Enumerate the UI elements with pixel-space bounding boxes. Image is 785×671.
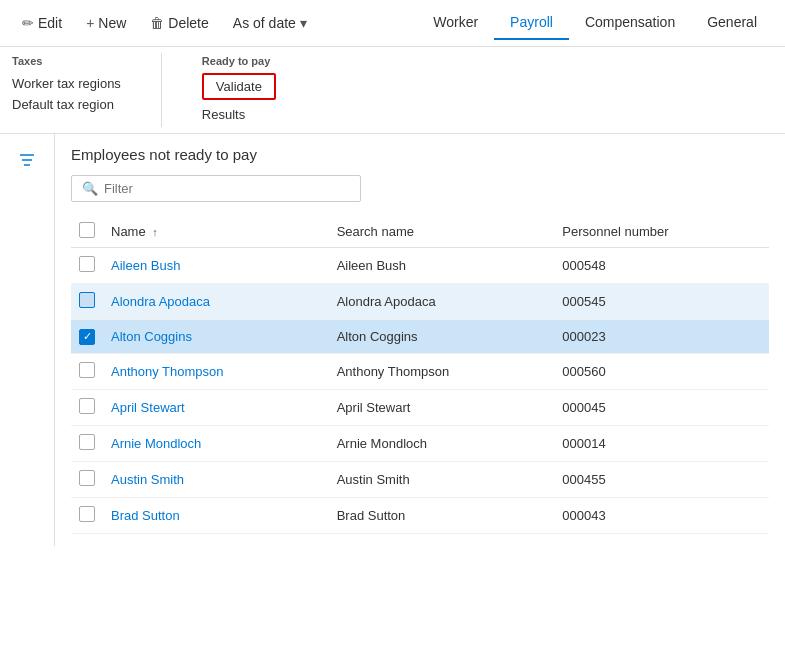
worker-tax-regions-link[interactable]: Worker tax regions xyxy=(12,73,121,94)
row-checkbox[interactable] xyxy=(79,506,95,522)
row-personnel-number: 000560 xyxy=(554,353,769,389)
as-of-date-button[interactable]: As of date ▾ xyxy=(223,9,317,37)
header-checkbox-col xyxy=(71,216,103,248)
name-link[interactable]: Aileen Bush xyxy=(111,258,180,273)
row-checkbox[interactable] xyxy=(79,434,95,450)
list-area: Employees not ready to pay 🔍 Name ↑ Sear… xyxy=(55,134,785,546)
row-name[interactable]: Arnie Mondloch xyxy=(103,425,329,461)
row-checkbox-cell xyxy=(71,389,103,425)
name-link[interactable]: April Stewart xyxy=(111,400,185,415)
row-checkbox[interactable]: ✓ xyxy=(79,329,95,345)
table-row[interactable]: Austin SmithAustin Smith000455 xyxy=(71,461,769,497)
row-checkbox-cell xyxy=(71,461,103,497)
row-personnel-number: 000045 xyxy=(554,389,769,425)
tab-payroll[interactable]: Payroll xyxy=(494,6,569,40)
row-name[interactable]: Alton Coggins xyxy=(103,320,329,354)
header-name-label: Name xyxy=(111,224,146,239)
filter-icon[interactable] xyxy=(17,150,37,175)
row-checkbox[interactable] xyxy=(79,398,95,414)
table-row[interactable]: Brad SuttonBrad Sutton000043 xyxy=(71,497,769,533)
row-checkbox-cell xyxy=(71,425,103,461)
row-search-name: April Stewart xyxy=(329,389,555,425)
row-personnel-number: 000043 xyxy=(554,497,769,533)
employees-table: Name ↑ Search name Personnel number Aile… xyxy=(71,216,769,534)
edit-icon: ✏ xyxy=(22,15,34,31)
table-row[interactable]: ✓Alton CogginsAlton Coggins000023 xyxy=(71,320,769,354)
as-of-date-label: As of date xyxy=(233,15,296,31)
header-search-name: Search name xyxy=(329,216,555,248)
new-button[interactable]: + New xyxy=(76,9,136,37)
name-link[interactable]: Brad Sutton xyxy=(111,508,180,523)
row-search-name: Anthony Thompson xyxy=(329,353,555,389)
table-row[interactable]: Alondra ApodacaAlondra Apodaca000545 xyxy=(71,284,769,320)
row-checkbox[interactable] xyxy=(79,292,95,308)
row-name[interactable]: Anthony Thompson xyxy=(103,353,329,389)
default-tax-region-link[interactable]: Default tax region xyxy=(12,94,121,115)
chevron-down-icon: ▾ xyxy=(300,15,307,31)
row-search-name: Aileen Bush xyxy=(329,248,555,284)
taxes-section-title: Taxes xyxy=(12,55,121,67)
table-row[interactable]: Anthony ThompsonAnthony Thompson000560 xyxy=(71,353,769,389)
name-link[interactable]: Alondra Apodaca xyxy=(111,294,210,309)
header-personnel-number-label: Personnel number xyxy=(562,224,668,239)
row-checkbox[interactable] xyxy=(79,256,95,272)
row-search-name: Arnie Mondloch xyxy=(329,425,555,461)
select-all-checkbox[interactable] xyxy=(79,222,95,238)
row-checkbox-cell xyxy=(71,284,103,320)
subnav-divider xyxy=(161,53,162,127)
row-search-name: Austin Smith xyxy=(329,461,555,497)
search-icon: 🔍 xyxy=(82,181,98,196)
table-row[interactable]: Arnie MondlochArnie Mondloch000014 xyxy=(71,425,769,461)
name-link[interactable]: Arnie Mondloch xyxy=(111,436,201,451)
row-checkbox-cell xyxy=(71,248,103,284)
list-title: Employees not ready to pay xyxy=(71,146,769,163)
trash-icon: 🗑 xyxy=(150,15,164,31)
filter-input[interactable] xyxy=(104,181,350,196)
row-search-name: Alton Coggins xyxy=(329,320,555,354)
row-search-name: Alondra Apodaca xyxy=(329,284,555,320)
table-row[interactable]: Aileen BushAileen Bush000548 xyxy=(71,248,769,284)
row-checkbox[interactable] xyxy=(79,470,95,486)
ready-to-pay-section: Ready to pay Validate Results xyxy=(202,47,276,133)
edit-button[interactable]: ✏ Edit xyxy=(12,9,72,37)
ready-to-pay-section-title: Ready to pay xyxy=(202,55,276,67)
name-link[interactable]: Austin Smith xyxy=(111,472,184,487)
filter-box: 🔍 xyxy=(71,175,361,202)
results-link[interactable]: Results xyxy=(202,104,276,125)
row-search-name: Brad Sutton xyxy=(329,497,555,533)
row-checkbox-cell: ✓ xyxy=(71,320,103,354)
row-personnel-number: 000548 xyxy=(554,248,769,284)
row-checkbox-cell xyxy=(71,497,103,533)
tab-compensation[interactable]: Compensation xyxy=(569,6,691,40)
row-personnel-number: 000545 xyxy=(554,284,769,320)
plus-icon: + xyxy=(86,15,94,31)
header-personnel-number: Personnel number xyxy=(554,216,769,248)
tab-general[interactable]: General xyxy=(691,6,773,40)
row-name[interactable]: Alondra Apodaca xyxy=(103,284,329,320)
delete-button[interactable]: 🗑 Delete xyxy=(140,9,218,37)
sort-asc-icon: ↑ xyxy=(152,226,158,238)
toolbar: ✏ Edit + New 🗑 Delete As of date ▾ Worke… xyxy=(0,0,785,47)
row-personnel-number: 000023 xyxy=(554,320,769,354)
tab-worker[interactable]: Worker xyxy=(417,6,494,40)
name-link[interactable]: Anthony Thompson xyxy=(111,364,224,379)
row-personnel-number: 000014 xyxy=(554,425,769,461)
row-personnel-number: 000455 xyxy=(554,461,769,497)
header-search-name-label: Search name xyxy=(337,224,414,239)
taxes-section: Taxes Worker tax regions Default tax reg… xyxy=(12,47,121,133)
header-name[interactable]: Name ↑ xyxy=(103,216,329,248)
row-name[interactable]: Austin Smith xyxy=(103,461,329,497)
row-name[interactable]: April Stewart xyxy=(103,389,329,425)
table-row[interactable]: April StewartApril Stewart000045 xyxy=(71,389,769,425)
row-name[interactable]: Brad Sutton xyxy=(103,497,329,533)
table-header-row: Name ↑ Search name Personnel number xyxy=(71,216,769,248)
new-label: New xyxy=(98,15,126,31)
row-checkbox-cell xyxy=(71,353,103,389)
subnav: Taxes Worker tax regions Default tax reg… xyxy=(0,47,785,134)
validate-button[interactable]: Validate xyxy=(202,73,276,100)
name-link[interactable]: Alton Coggins xyxy=(111,329,192,344)
filter-sidebar xyxy=(0,134,55,546)
tab-group: Worker Payroll Compensation General xyxy=(417,6,773,40)
row-checkbox[interactable] xyxy=(79,362,95,378)
row-name[interactable]: Aileen Bush xyxy=(103,248,329,284)
